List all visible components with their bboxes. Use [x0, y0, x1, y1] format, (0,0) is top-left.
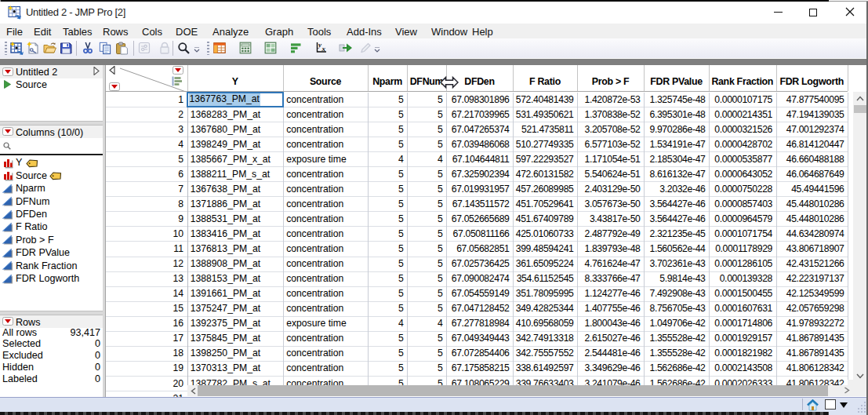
svg-text:x: x — [321, 45, 326, 53]
